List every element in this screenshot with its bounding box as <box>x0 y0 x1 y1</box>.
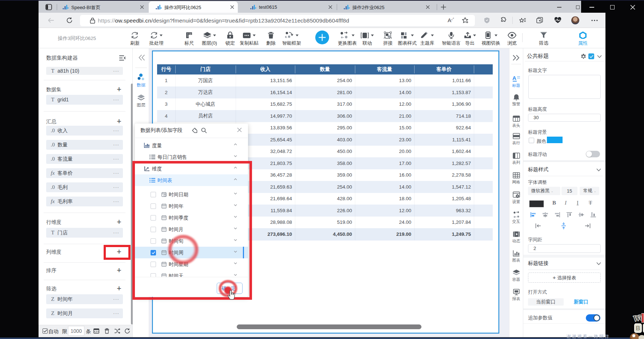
svg-text:A: A <box>512 75 516 81</box>
